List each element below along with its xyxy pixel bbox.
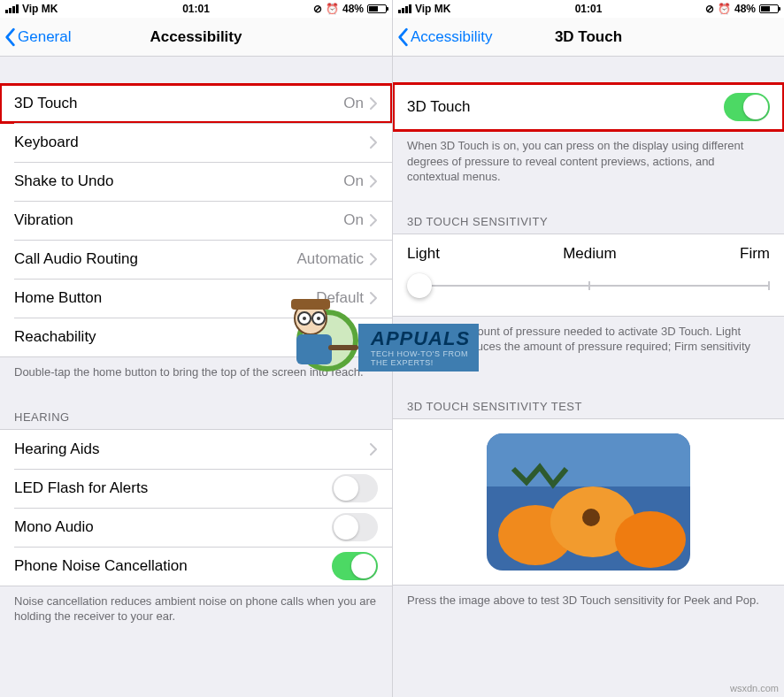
toggle-3d-touch[interactable] [724,93,770,121]
row-label: Hearing Aids [14,440,369,458]
row-vibration[interactable]: Vibration On [0,201,392,240]
slider-mid-label: Medium [563,245,616,263]
chevron-right-icon [369,135,378,149]
sensitivity-header: 3D TOUCH SENSITIVITY [393,197,784,234]
toggle-mono-audio[interactable] [332,513,378,541]
row-3d-touch-toggle[interactable]: 3D Touch [393,84,784,130]
back-label: General [18,28,71,46]
watermark-tagline-2: THE EXPERTS! [371,359,470,368]
dnd-icon: ⊘ [705,3,714,15]
row-label: Keyboard [14,134,369,151]
row-noise-cancellation[interactable]: Phone Noise Cancellation [0,547,392,586]
group-hearing: Hearing Aids LED Flash for Alerts Mono A… [0,429,392,586]
row-mono-audio[interactable]: Mono Audio [0,508,392,547]
row-shake-to-undo[interactable]: Shake to Undo On [0,162,392,201]
alarm-icon: ⏰ [718,3,731,15]
watermark-banner: APPUALS TECH HOW-TO'S FROM THE EXPERTS! [358,324,479,371]
watermark-mascot-icon [275,292,373,380]
svg-rect-7 [291,299,330,310]
chevron-right-icon [369,174,378,188]
row-label: 3D Touch [14,95,343,112]
slider-max-label: Firm [740,245,770,263]
flower-photo-icon [487,433,690,571]
toggle-led-flash[interactable] [332,474,378,502]
svg-point-4 [615,511,686,568]
watermark-brand: APPUALS [371,327,470,350]
chevron-right-icon [369,96,378,111]
chevron-right-icon [369,442,378,456]
sensitivity-slider-group: Light Medium Firm [393,234,784,317]
svg-point-10 [303,317,306,320]
group-3d-touch-toggle: 3D Touch [393,83,784,131]
watermark: APPUALS TECH HOW-TO'S FROM THE EXPERTS! [296,310,479,371]
toggle-noise-cancellation[interactable] [332,552,378,580]
row-label: Phone Noise Cancellation [14,557,332,575]
row-value: On [343,211,364,229]
chevron-right-icon [369,252,378,266]
image-credit: wsxdn.com [730,683,779,693]
row-keyboard[interactable]: Keyboard [0,123,392,162]
battery-icon [759,4,779,13]
row-label: Mono Audio [14,518,332,536]
sensitivity-test-area [393,418,784,586]
svg-point-5 [582,509,600,526]
row-value: Automatic [296,250,364,268]
row-label: 3D Touch [407,98,724,116]
battery-icon [367,4,387,13]
test-image[interactable] [487,433,690,571]
battery-pct: 48% [734,3,756,15]
row-3d-touch[interactable]: 3D Touch On [0,84,392,123]
row-led-flash[interactable]: LED Flash for Alerts [0,469,392,508]
battery-pct: 48% [342,3,364,15]
row-call-audio-routing[interactable]: Call Audio Routing Automatic [0,240,392,279]
row-label: Shake to Undo [14,172,343,190]
row-value: On [343,95,364,112]
noise-footer: Noise cancellation reduces ambient noise… [0,586,392,637]
row-label: Call Audio Routing [14,250,296,268]
chevron-left-icon [396,27,409,47]
chevron-right-icon [369,213,378,227]
signal-icon [398,4,411,13]
test-header: 3D TOUCH SENSITIVITY TEST [393,382,784,418]
row-hearing-aids[interactable]: Hearing Aids [0,430,392,469]
row-value: On [343,172,364,190]
navbar: Accessibility 3D Touch [393,18,784,57]
carrier-label: Vip MK [415,3,450,15]
row-label: LED Flash for Alerts [14,479,332,497]
carrier-label: Vip MK [22,3,58,15]
chevron-left-icon [4,27,16,47]
svg-rect-12 [296,334,332,364]
toggle-footer: When 3D Touch is on, you can press on th… [393,131,784,197]
test-footer: Press the image above to test 3D Touch s… [393,586,784,621]
back-button[interactable]: Accessibility [393,27,493,47]
navbar: General Accessibility [0,18,392,57]
status-bar: Vip MK 01:01 ⊘ ⏰ 48% [0,0,392,18]
svg-rect-13 [328,345,358,350]
back-button[interactable]: General [0,27,71,47]
back-label: Accessibility [411,28,493,46]
sensitivity-slider[interactable] [407,273,770,298]
alarm-icon: ⏰ [326,3,339,15]
status-bar: Vip MK 01:01 ⊘ ⏰ 48% [393,0,784,18]
signal-icon [5,4,19,13]
svg-point-11 [317,317,320,320]
svg-rect-1 [487,433,690,486]
dnd-icon: ⊘ [313,3,322,15]
hearing-header: HEARING [0,393,392,429]
slider-thumb[interactable] [407,273,432,298]
slider-min-label: Light [407,245,440,263]
row-label: Home Button [14,289,316,307]
row-label: Vibration [14,211,343,229]
